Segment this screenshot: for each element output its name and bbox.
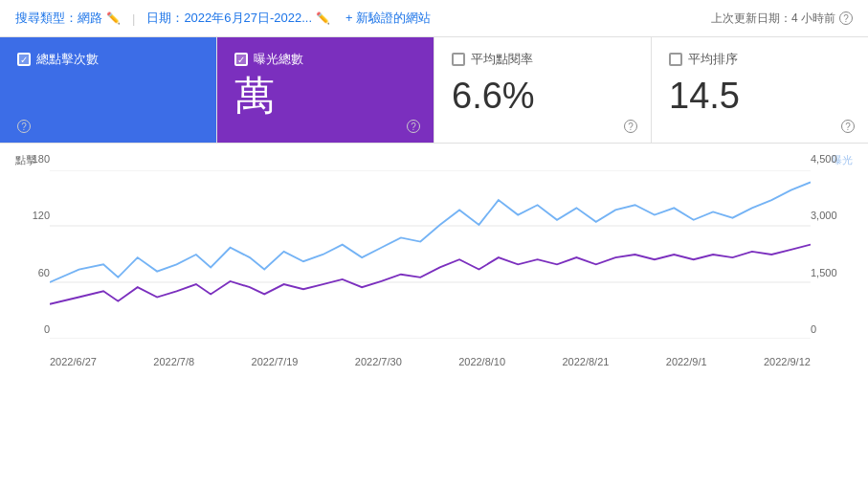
impressions-info: ? <box>407 119 420 134</box>
y-right-0: 4,500 <box>811 153 837 165</box>
header-bar: 搜尋類型：網路 ✏️ | 日期：2022年6月27日-2022... ✏️ + … <box>0 0 868 37</box>
position-label-row: 平均排序 <box>669 51 851 68</box>
add-site-button[interactable]: + 新驗證的網站 <box>345 10 431 27</box>
impressions-info-icon[interactable]: ? <box>407 120 420 133</box>
x-label-0: 2022/6/27 <box>50 356 97 367</box>
clicks-info: ? <box>17 119 31 134</box>
last-updated-info-icon[interactable]: ? <box>839 11 853 25</box>
position-value: 14.5 <box>669 76 851 117</box>
x-label-1: 2022/7/8 <box>153 356 194 367</box>
position-info: ? <box>841 119 855 134</box>
metric-card-position[interactable]: 平均排序 14.5 ? <box>652 37 868 143</box>
ctr-info: ? <box>624 119 637 134</box>
date-label: 日期：2022年6月27日-2022... <box>146 10 312 27</box>
metric-card-ctr[interactable]: 平均點閱率 6.6% ? <box>434 37 652 143</box>
chart-svg-container <box>50 170 811 339</box>
y-left-0: 180 <box>33 153 50 165</box>
add-site-label: + 新驗證的網站 <box>345 10 431 27</box>
clicks-label: 總點擊次數 <box>36 51 99 68</box>
search-type-label: 搜尋類型：網路 <box>15 10 102 27</box>
impressions-value: 萬 <box>234 76 416 116</box>
x-label-7: 2022/9/12 <box>764 356 811 367</box>
last-updated-label: 上次更新日期：4 小時前 <box>711 11 835 27</box>
y-labels-left: 180 120 60 0 <box>15 153 50 335</box>
chart-svg <box>50 170 811 339</box>
x-label-5: 2022/8/21 <box>562 356 609 367</box>
ctr-info-icon[interactable]: ? <box>624 120 637 133</box>
impressions-checkbox[interactable]: ✓ <box>234 53 248 66</box>
metric-card-impressions[interactable]: ✓ 曝光總數 萬 ? <box>217 37 434 143</box>
y-right-1: 3,000 <box>811 210 837 221</box>
clicks-checkbox[interactable]: ✓ <box>17 53 31 66</box>
clicks-info-icon[interactable]: ? <box>17 120 31 133</box>
y-left-2: 60 <box>38 267 50 278</box>
separator-1: | <box>132 11 135 26</box>
position-label: 平均排序 <box>688 51 738 68</box>
position-checkbox[interactable] <box>669 53 682 66</box>
last-updated: 上次更新日期：4 小時前 ? <box>711 11 853 27</box>
x-label-3: 2022/7/30 <box>355 356 402 367</box>
ctr-value: 6.6% <box>452 76 634 117</box>
position-info-icon[interactable]: ? <box>841 120 855 133</box>
y-right-3: 0 <box>811 323 816 335</box>
x-label-6: 2022/9/1 <box>666 356 707 367</box>
x-label-2: 2022/7/19 <box>252 356 299 367</box>
y-left-1: 120 <box>33 210 50 221</box>
date-edit-icon[interactable]: ✏️ <box>316 11 330 25</box>
y-labels-right: 4,500 3,000 1,500 0 <box>811 153 853 335</box>
impressions-label-row: ✓ 曝光總數 <box>234 51 416 68</box>
ctr-label: 平均點閱率 <box>471 51 533 68</box>
x-labels: 2022/6/27 2022/7/8 2022/7/19 2022/7/30 2… <box>50 356 811 367</box>
y-right-2: 1,500 <box>811 267 837 278</box>
x-label-4: 2022/8/10 <box>458 356 505 367</box>
chart-area: 點擊 曝光 180 120 60 0 4,500 3,000 1,500 0 2… <box>0 144 868 373</box>
impressions-label: 曝光總數 <box>254 51 303 68</box>
date-filter[interactable]: 日期：2022年6月27日-2022... ✏️ <box>146 10 330 27</box>
metric-card-clicks[interactable]: ✓ 總點擊次數 ? <box>0 37 217 143</box>
clicks-label-row: ✓ 總點擊次數 <box>17 51 199 68</box>
search-type-edit-icon[interactable]: ✏️ <box>106 11 121 25</box>
search-type-filter[interactable]: 搜尋類型：網路 ✏️ <box>15 10 121 27</box>
ctr-label-row: 平均點閱率 <box>452 51 634 68</box>
metrics-row: ✓ 總點擊次數 ? ✓ 曝光總數 萬 ? 平均點閱率 6.6% ? 平均排序 <box>0 37 868 144</box>
ctr-checkbox[interactable] <box>452 53 465 66</box>
